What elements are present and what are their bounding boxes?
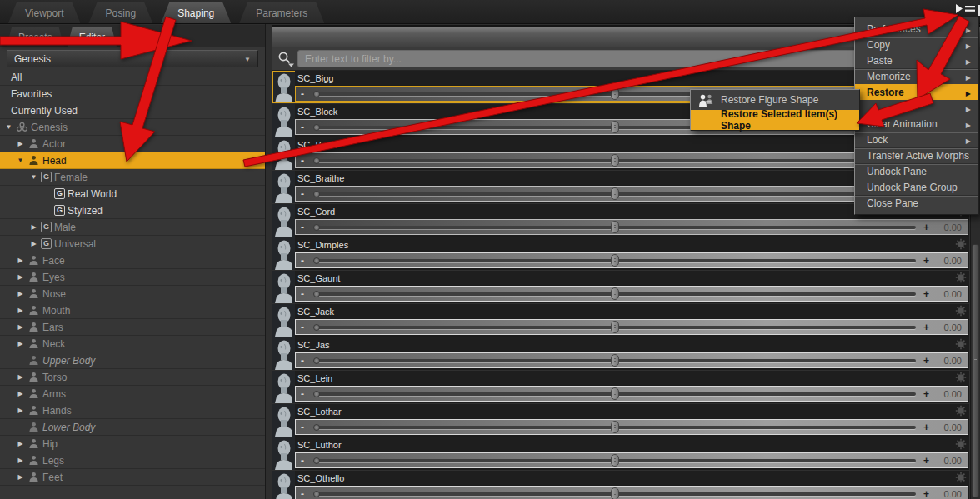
expander-icon[interactable] [29, 223, 38, 231]
morph-slider-row[interactable]: SC_Gaunt - + 0.00 [272, 271, 969, 303]
quick-filter-item[interactable]: Favorites [0, 86, 265, 102]
morph-slider[interactable]: - + 0.00 [295, 452, 968, 468]
decrement-button[interactable]: - [301, 356, 304, 366]
gear-icon[interactable] [955, 238, 967, 250]
increment-button[interactable]: + [923, 222, 929, 232]
tree-item[interactable]: G Face [0, 252, 265, 269]
slider-track[interactable] [314, 359, 916, 362]
slider-handle[interactable] [611, 87, 619, 100]
slider-track[interactable] [314, 292, 916, 296]
decrement-button[interactable]: - [301, 256, 304, 266]
morph-slider[interactable]: - + 0.00 [295, 486, 968, 499]
expander-icon[interactable] [16, 323, 25, 331]
expander-icon[interactable] [16, 407, 25, 414]
slider-handle[interactable] [611, 387, 619, 400]
slider-handle[interactable] [611, 221, 619, 233]
morph-value[interactable]: 0.00 [944, 456, 962, 466]
tree-item[interactable]: G Ears [0, 319, 265, 336]
morph-slider-row[interactable]: SC_Othello - + 0.00 [272, 471, 969, 499]
slider-handle[interactable] [611, 321, 619, 333]
search-icon[interactable] [276, 50, 298, 68]
increment-button[interactable]: + [923, 256, 929, 266]
expander-icon[interactable] [16, 457, 25, 464]
decrement-button[interactable]: - [301, 322, 304, 332]
morph-value[interactable]: 0.00 [944, 422, 962, 432]
morph-slider-row[interactable]: SC_Jas - + 0.00 [272, 337, 969, 370]
slider-handle[interactable] [611, 454, 619, 467]
expander-icon[interactable] [16, 307, 25, 314]
expander-icon[interactable] [16, 290, 25, 297]
context-menu-item[interactable] [855, 100, 978, 116]
gear-icon[interactable] [955, 438, 967, 450]
slider-track[interactable] [314, 392, 916, 396]
slider-track[interactable] [314, 259, 916, 262]
expander-icon[interactable] [16, 473, 25, 481]
quick-filter-item[interactable]: Currently Used [0, 102, 265, 119]
context-menu-item[interactable]: Memorize [855, 68, 978, 84]
tree-item[interactable]: G Mouth [0, 302, 265, 319]
slider-track[interactable] [314, 192, 916, 196]
pane-tab[interactable]: Shaping [161, 2, 231, 23]
decrement-button[interactable]: - [301, 489, 304, 499]
expander-icon[interactable] [29, 173, 38, 181]
expander-icon[interactable] [16, 157, 25, 164]
gear-icon[interactable] [955, 338, 967, 350]
tree-item[interactable]: G Legs [0, 452, 265, 469]
tree-item[interactable]: G Nose [0, 286, 265, 302]
slider-track[interactable] [314, 226, 916, 229]
panel-divider[interactable] [265, 24, 272, 499]
tree-item[interactable]: G Eyes [0, 269, 265, 286]
gear-icon[interactable] [955, 272, 967, 283]
tree-item[interactable]: G Universal [0, 236, 265, 252]
expander-icon[interactable] [16, 440, 25, 447]
increment-button[interactable]: + [923, 422, 929, 432]
slider-track[interactable] [314, 326, 916, 329]
context-menu-item[interactable]: Clear Animation [855, 116, 978, 132]
slider-handle[interactable] [611, 287, 619, 300]
decrement-button[interactable]: - [301, 189, 304, 199]
context-menu-item[interactable]: Preferences [855, 21, 978, 37]
decrement-button[interactable]: - [301, 389, 304, 399]
tree-item[interactable]: G Real World [0, 186, 265, 202]
morph-value[interactable]: 0.00 [944, 289, 962, 299]
slider-handle[interactable] [611, 187, 619, 200]
slider-track[interactable] [314, 459, 916, 462]
subtab[interactable]: Editor [68, 27, 117, 47]
increment-button[interactable]: + [923, 289, 929, 299]
slider-track[interactable] [314, 426, 916, 429]
expander-icon[interactable] [29, 240, 38, 247]
morph-slider-row[interactable]: SC_Lothar - + 0.00 [272, 404, 969, 437]
tree-item[interactable]: G Neck [0, 336, 265, 352]
submenu-item[interactable]: Restore Figure Shape [691, 90, 859, 110]
scrollbar-thumb[interactable] [972, 244, 979, 497]
tree-item[interactable]: G Feet [0, 469, 265, 486]
increment-button[interactable]: + [923, 489, 929, 499]
expander-icon[interactable] [16, 257, 25, 264]
tree-item[interactable]: G Female [0, 169, 265, 186]
morph-slider[interactable]: - + 0.00 [295, 352, 968, 368]
slider-handle[interactable] [611, 254, 619, 267]
slider-handle[interactable] [611, 154, 619, 167]
pane-tab[interactable]: Posing [88, 2, 152, 23]
tree-item[interactable]: G Upper Body [0, 352, 265, 369]
morph-value[interactable]: 0.00 [944, 356, 962, 366]
increment-button[interactable]: + [923, 389, 929, 399]
morph-slider[interactable]: - + 0.00 [295, 219, 968, 235]
morph-value[interactable]: 0.00 [944, 222, 962, 232]
quick-filter-item[interactable]: All [0, 69, 265, 86]
morph-slider-row[interactable]: SC_Jack - + 0.00 [272, 304, 969, 337]
context-menu-item[interactable]: Restore [855, 84, 978, 100]
morph-value[interactable]: 0.00 [944, 322, 962, 332]
subtab[interactable]: Presets [7, 27, 64, 47]
decrement-button[interactable]: - [301, 422, 304, 432]
figure-selector-dropdown[interactable]: Genesis ▼ [7, 50, 258, 67]
morph-value[interactable]: 0.00 [944, 256, 962, 266]
slider-track[interactable] [314, 492, 916, 496]
tree-item[interactable]: G Hands [0, 402, 265, 419]
decrement-button[interactable]: - [301, 289, 304, 299]
slider-handle[interactable] [611, 121, 619, 133]
tree-item[interactable]: G Lower Body [0, 419, 265, 436]
increment-button[interactable]: + [923, 456, 929, 466]
tree-item[interactable]: G Hip [0, 436, 265, 452]
morph-value[interactable]: 0.00 [944, 489, 962, 499]
